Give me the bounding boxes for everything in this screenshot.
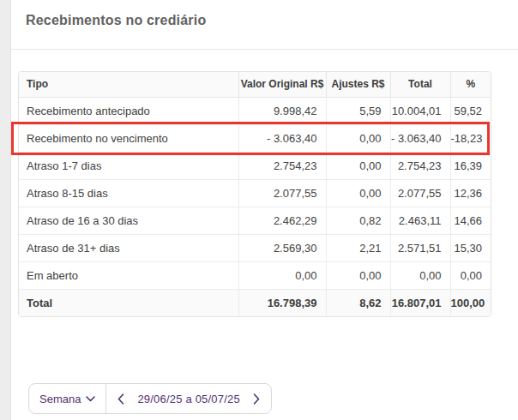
row-value: 0,00 [326, 124, 390, 152]
column-header: Total [390, 72, 450, 97]
row-value: 2.754,23 [390, 152, 450, 179]
table-header-row: TipoValor Original R$Ajustes R$Total% [19, 72, 491, 97]
date-range-navigator: 29/06/25 a 05/07/25 [106, 384, 270, 413]
row-label: Recebimento antecipado [19, 97, 238, 124]
table-row: Atraso de 31+ dias2.569,302,212.571,5115… [19, 234, 491, 261]
table-row: Recebimento antecipado9.998,425,5910.004… [19, 97, 491, 124]
period-type-label: Semana [39, 393, 81, 405]
row-value: - 3.063,40 [238, 124, 326, 152]
row-value: 2.754,23 [238, 152, 326, 179]
chevron-left-icon [117, 393, 124, 405]
table-row: Atraso 1-7 dias2.754,230,002.754,2316,39 [19, 152, 491, 179]
table-body: Recebimento antecipado9.998,425,5910.004… [19, 97, 491, 316]
crediario-report-page: Recebimentos no crediário TipoValor Orig… [0, 0, 518, 420]
row-value: 0,00 [326, 152, 390, 179]
row-label: Atraso de 16 a 30 dias [19, 207, 238, 234]
column-header: % [450, 72, 491, 97]
chevron-down-icon [86, 396, 95, 402]
row-value: 0,00 [390, 261, 450, 289]
row-value: 16,39 [450, 152, 491, 179]
row-label: Atraso 8-15 dias [19, 179, 238, 207]
row-value: 59,52 [450, 97, 491, 124]
row-label: Recebimento no vencimento [19, 124, 238, 152]
row-value: 0,82 [326, 207, 390, 234]
row-value: 100,00 [450, 289, 491, 316]
row-label: Em aberto [19, 261, 238, 289]
row-value: 16.807,01 [390, 289, 450, 316]
row-value: 10.004,01 [390, 97, 450, 124]
title-divider [11, 49, 518, 50]
page-title: Recebimentos no crediário [26, 13, 206, 28]
prev-period-button[interactable] [117, 393, 124, 405]
row-label: Atraso de 31+ dias [19, 234, 238, 261]
row-value: 9.998,42 [238, 97, 326, 124]
row-value: 2.077,55 [390, 179, 450, 207]
row-value: 0,00 [326, 261, 390, 289]
table-row: Atraso de 16 a 30 dias2.462,290,822.463,… [19, 207, 491, 234]
row-value: 2.462,29 [238, 207, 326, 234]
page-left-gutter [0, 0, 11, 420]
next-period-button[interactable] [253, 393, 260, 405]
row-value: - 3.063,40 [390, 124, 450, 152]
row-value: 2.077,55 [238, 179, 326, 207]
table-row: Atraso 8-15 dias2.077,550,002.077,5512,3… [19, 179, 491, 207]
receipts-table: TipoValor Original R$Ajustes R$Total% Re… [18, 71, 491, 317]
chevron-right-icon [253, 393, 260, 405]
period-type-dropdown[interactable]: Semana [29, 384, 106, 413]
table-row: Recebimento no vencimento- 3.063,400,00-… [19, 124, 491, 152]
table-total-row: Total16.798,398,6216.807,01100,00 [19, 289, 491, 316]
date-range-label: 29/06/25 a 05/07/25 [137, 393, 239, 405]
row-value: 0,00 [450, 261, 491, 289]
row-value: 0,00 [326, 179, 390, 207]
row-value: 14,66 [450, 207, 491, 234]
row-value: 5,59 [326, 97, 390, 124]
row-value: 15,30 [450, 234, 491, 261]
column-header: Ajustes R$ [326, 72, 390, 97]
column-header: Tipo [19, 72, 238, 97]
row-value: 8,62 [326, 289, 390, 316]
row-value: 16.798,39 [238, 289, 326, 316]
row-value: 0,00 [238, 261, 326, 289]
row-value: 2.569,30 [238, 234, 326, 261]
column-header: Valor Original R$ [238, 72, 326, 97]
row-value: 2.463,11 [390, 207, 450, 234]
row-value: 2.571,51 [390, 234, 450, 261]
row-label: Total [19, 289, 238, 316]
period-control: Semana 29/06/25 a 05/07/25 [28, 383, 272, 414]
row-value: 12,36 [450, 179, 491, 207]
row-label: Atraso 1-7 dias [19, 152, 238, 179]
table-row: Em aberto0,000,000,000,00 [19, 261, 491, 289]
row-value: 2,21 [326, 234, 390, 261]
row-value: -18,23 [450, 124, 491, 152]
